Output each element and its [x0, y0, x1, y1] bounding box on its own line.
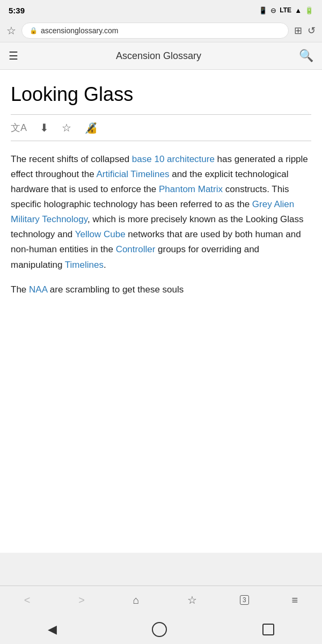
hamburger-menu-icon[interactable]: ☰ — [9, 49, 18, 62]
bookmark-star-icon[interactable]: ☆ — [62, 121, 71, 134]
site-title: Ascension Glossary — [116, 50, 201, 62]
article-paragraph-1: The recent shifts of collapsed base 10 a… — [11, 152, 311, 272]
edit-lock-icon[interactable]: 🔏 — [84, 121, 98, 134]
lock-icon: 🔒 — [30, 27, 38, 34]
site-nav-bar: ☰ Ascension Glossary 🔍 — [0, 42, 322, 70]
status-icons: 📱 ⊖ LTE ▲ 🔋 — [259, 6, 313, 14]
browser-menu-button[interactable]: ≡ — [286, 592, 303, 609]
link-yellow-cube[interactable]: Yellow Cube — [75, 229, 126, 239]
status-time: 5:39 — [9, 6, 25, 15]
translate-icon[interactable]: 文A — [11, 121, 27, 134]
browser-star-icon[interactable]: ☆ — [6, 24, 16, 37]
bookmarks-button[interactable]: ☆ — [182, 591, 202, 609]
link-grey-alien[interactable]: Grey Alien Military Technology — [11, 199, 294, 224]
article-toolbar: 文A ⬇ ☆ 🔏 — [11, 114, 311, 141]
dnd-icon: ⊖ — [270, 6, 276, 14]
back-button[interactable]: < — [19, 592, 36, 609]
link-naa[interactable]: NAA — [29, 284, 47, 295]
refresh-icon[interactable]: ↺ — [308, 25, 316, 36]
search-icon[interactable]: 🔍 — [299, 49, 313, 63]
phone-icon: 📱 — [259, 6, 267, 14]
link-artificial-timelines[interactable]: Artificial Timelines — [96, 169, 169, 179]
tabs-button[interactable]: 3 — [240, 595, 249, 605]
download-icon[interactable]: ⬇ — [40, 121, 49, 134]
home-button[interactable]: ⌂ — [128, 592, 145, 609]
link-timelines[interactable]: Timelines — [65, 260, 104, 270]
article-paragraph-2: The NAA are scrambling to get these soul… — [11, 282, 311, 297]
url-text: ascensionglossary.com — [41, 26, 118, 35]
link-controller[interactable]: Controller — [116, 244, 156, 254]
system-nav-bar: ◀ — [0, 614, 322, 644]
browser-actions: ⊞ ↺ — [294, 25, 316, 36]
browser-address-bar: ☆ 🔒 ascensionglossary.com ⊞ ↺ — [0, 19, 322, 42]
article-title: Looking Glass — [11, 83, 311, 106]
page-content: Looking Glass 文A ⬇ ☆ 🔏 The recent shifts… — [0, 70, 322, 553]
system-home-button[interactable] — [152, 622, 167, 637]
article-body: The recent shifts of collapsed base 10 a… — [11, 152, 311, 297]
bottom-browser-nav: < > ⌂ ☆ 3 ≡ — [0, 586, 322, 614]
system-recents-button[interactable] — [262, 624, 274, 635]
url-bar[interactable]: 🔒 ascensionglossary.com — [21, 23, 289, 39]
tabs-icon[interactable]: ⊞ — [294, 25, 302, 36]
forward-button[interactable]: > — [73, 592, 90, 609]
status-bar: 5:39 📱 ⊖ LTE ▲ 🔋 — [0, 0, 322, 19]
system-back-icon[interactable]: ◀ — [48, 623, 57, 636]
link-base10[interactable]: base 10 architecture — [132, 154, 215, 164]
battery-icon: 🔋 — [305, 6, 313, 14]
signal-icon: ▲ — [295, 6, 302, 14]
link-phantom-matrix[interactable]: Phantom Matrix — [159, 184, 223, 194]
lte-label: LTE — [280, 6, 291, 14]
